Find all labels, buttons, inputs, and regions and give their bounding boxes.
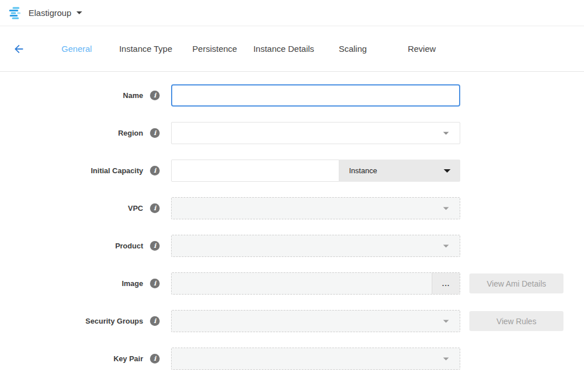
region-select[interactable] <box>171 122 460 144</box>
region-field-row: Region i <box>0 122 584 144</box>
tab-review[interactable]: Review <box>387 40 456 57</box>
name-field-row: Name i <box>0 84 584 107</box>
wizard-tab-bar: General Instance Type Persistence Instan… <box>0 26 584 72</box>
name-info-icon[interactable]: i <box>150 91 160 100</box>
key-pair-info-icon[interactable]: i <box>150 354 160 364</box>
security-groups-field-row: Security Groups i View Rules <box>0 310 584 332</box>
tab-instance-type[interactable]: Instance Type <box>111 40 180 57</box>
initial-capacity-input[interactable] <box>171 160 339 182</box>
wizard-tabs: General Instance Type Persistence Instan… <box>42 40 456 57</box>
chevron-down-icon <box>443 207 449 210</box>
image-input <box>172 273 432 294</box>
capacity-unit-select[interactable]: Instance <box>339 160 460 182</box>
tab-general[interactable]: General <box>42 40 111 57</box>
elastigroup-logo-icon <box>8 6 23 20</box>
region-info-icon[interactable]: i <box>150 128 160 138</box>
chevron-down-icon <box>444 169 451 173</box>
security-groups-label: Security Groups <box>86 317 143 325</box>
app-title: Elastigroup <box>29 8 71 18</box>
tab-persistence[interactable]: Persistence <box>180 40 249 57</box>
key-pair-select <box>171 348 460 370</box>
initial-capacity-field-row: Initial Capacity i Instance <box>0 160 584 182</box>
product-info-icon[interactable]: i <box>150 241 160 251</box>
tab-scaling[interactable]: Scaling <box>318 40 387 57</box>
top-bar: Elastigroup <box>0 0 584 26</box>
product-switcher[interactable]: Elastigroup <box>8 6 82 20</box>
region-label: Region <box>118 129 143 137</box>
vpc-label: VPC <box>128 204 143 213</box>
arrow-left-icon <box>13 43 25 55</box>
chevron-down-icon <box>443 132 449 134</box>
product-select <box>171 235 460 257</box>
vpc-select <box>171 197 460 219</box>
chevron-down-icon <box>443 357 449 360</box>
image-field-row: Image i ... View Ami Details <box>0 272 584 295</box>
initial-capacity-info-icon[interactable]: i <box>150 166 160 175</box>
view-ami-details-button[interactable]: View Ami Details <box>469 273 563 293</box>
product-field-row: Product i <box>0 235 584 257</box>
vpc-info-icon[interactable]: i <box>150 203 160 213</box>
general-settings-form: Name i Region i Initial Capacity i Insta… <box>0 72 584 370</box>
vpc-field-row: VPC i <box>0 197 584 219</box>
capacity-unit-value: Instance <box>349 166 377 175</box>
image-input-group: ... <box>171 272 460 295</box>
image-browse-button[interactable]: ... <box>432 273 460 294</box>
security-groups-select <box>171 310 460 332</box>
image-info-icon[interactable]: i <box>150 279 160 288</box>
product-label: Product <box>115 242 143 250</box>
chevron-down-icon <box>443 244 449 247</box>
name-input[interactable] <box>171 84 460 107</box>
image-label: Image <box>121 279 143 288</box>
security-groups-info-icon[interactable]: i <box>150 316 160 326</box>
key-pair-field-row: Key Pair i <box>0 348 584 370</box>
back-button[interactable] <box>11 42 26 56</box>
key-pair-label: Key Pair <box>113 354 143 363</box>
view-rules-button[interactable]: View Rules <box>469 311 563 331</box>
initial-capacity-label: Initial Capacity <box>91 166 143 175</box>
name-label: Name <box>123 91 143 100</box>
chevron-down-icon <box>443 320 449 322</box>
tab-instance-details[interactable]: Instance Details <box>249 40 318 57</box>
chevron-down-icon <box>76 11 82 14</box>
